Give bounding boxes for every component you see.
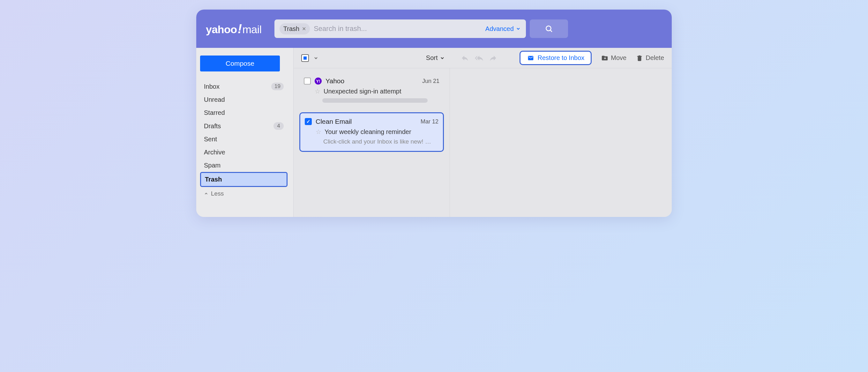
advanced-label: Advanced — [485, 25, 514, 33]
logo-text-mail: mail — [242, 23, 261, 36]
content-split: Y!YahooJun 21☆Unexpected sign-in attempt… — [293, 68, 672, 217]
message-subject-row: ☆Unexpected sign-in attempt — [304, 87, 439, 95]
move-label: Move — [611, 54, 626, 62]
forward-icon[interactable] — [489, 54, 497, 62]
sidebar: Compose Inbox19UnreadStarredDrafts4SentA… — [196, 48, 293, 217]
folder-label: Trash — [205, 176, 222, 183]
sidebar-folder-inbox[interactable]: Inbox19 — [200, 80, 287, 93]
message-header-row: Y!YahooJun 21 — [304, 77, 439, 85]
mail-window: yahoo ! mail Trash ✕ Advanced — [196, 9, 672, 217]
search-bar[interactable]: Trash ✕ Advanced — [274, 20, 526, 38]
message-item[interactable]: Y!YahooJun 21☆Unexpected sign-in attempt — [299, 73, 444, 108]
folder-label: Sent — [204, 135, 217, 143]
message-sender: Clean Email — [316, 118, 417, 125]
search-icon — [545, 25, 553, 33]
message-date: Jun 21 — [422, 78, 439, 85]
inbox-icon — [527, 55, 534, 61]
search-chip-label: Trash — [283, 25, 299, 33]
search-input[interactable] — [314, 25, 482, 33]
message-toolbar: Sort Restore to Inbox Move — [293, 48, 672, 68]
message-list: Y!YahooJun 21☆Unexpected sign-in attempt… — [293, 68, 450, 217]
folder-label: Starred — [204, 109, 225, 117]
message-snippet: Click-click and your Inbox is like new! … — [305, 138, 438, 145]
sort-button[interactable]: Sort — [426, 54, 445, 62]
search-scope-chip[interactable]: Trash ✕ — [280, 23, 310, 34]
logo-bang: ! — [238, 22, 242, 36]
sender-avatar-icon: Y! — [315, 78, 322, 85]
folder-list: Inbox19UnreadStarredDrafts4SentArchiveSp… — [200, 80, 287, 187]
svg-line-1 — [551, 30, 552, 32]
svg-point-0 — [546, 26, 551, 31]
sidebar-folder-sent[interactable]: Sent — [200, 133, 287, 146]
folder-label: Unread — [204, 96, 225, 103]
message-item[interactable]: Clean EmailMar 12☆Your weekly cleaning r… — [299, 112, 444, 152]
sidebar-folder-unread[interactable]: Unread — [200, 93, 287, 106]
sort-label: Sort — [426, 54, 438, 62]
sidebar-folder-archive[interactable]: Archive — [200, 146, 287, 159]
reply-all-icon[interactable] — [475, 54, 483, 62]
compose-label: Compose — [226, 60, 254, 67]
folder-label: Drafts — [204, 123, 221, 130]
delete-button[interactable]: Delete — [636, 54, 664, 62]
message-sender: Yahoo — [326, 77, 418, 85]
folder-count-badge: 19 — [271, 83, 284, 90]
reply-icon[interactable] — [461, 54, 469, 62]
message-checkbox[interactable] — [305, 118, 312, 125]
message-checkbox[interactable] — [304, 78, 311, 85]
message-header-row: Clean EmailMar 12 — [305, 118, 438, 125]
body-region: Compose Inbox19UnreadStarredDrafts4SentA… — [196, 48, 672, 217]
message-date: Mar 12 — [421, 118, 438, 125]
message-subject: Unexpected sign-in attempt — [323, 88, 401, 95]
folder-label: Spam — [204, 162, 220, 169]
header-bar: yahoo ! mail Trash ✕ Advanced — [196, 9, 672, 48]
sidebar-folder-trash[interactable]: Trash — [200, 172, 287, 187]
chevron-down-icon — [440, 56, 445, 61]
restore-to-inbox-button[interactable]: Restore to Inbox — [520, 51, 592, 65]
search-button[interactable] — [530, 20, 568, 38]
message-subject: Your weekly cleaning reminder — [324, 128, 411, 135]
folder-count-badge: 4 — [274, 122, 284, 130]
delete-label: Delete — [646, 54, 664, 62]
close-icon[interactable]: ✕ — [302, 26, 306, 32]
less-label: Less — [211, 190, 224, 197]
folder-label: Inbox — [204, 83, 220, 90]
sidebar-folder-starred[interactable]: Starred — [200, 106, 287, 119]
collapse-folders[interactable]: Less — [200, 187, 287, 200]
sidebar-folder-spam[interactable]: Spam — [200, 159, 287, 172]
move-button[interactable]: Move — [601, 54, 626, 62]
trash-icon — [636, 55, 643, 62]
advanced-search-link[interactable]: Advanced — [485, 25, 521, 33]
star-icon[interactable]: ☆ — [315, 87, 320, 95]
select-all-checkbox[interactable] — [301, 54, 309, 62]
search-region: Trash ✕ Advanced — [274, 20, 568, 38]
restore-label: Restore to Inbox — [538, 54, 585, 62]
yahoo-mail-logo: yahoo ! mail — [206, 22, 262, 36]
message-subject-row: ☆Your weekly cleaning reminder — [305, 128, 438, 135]
sidebar-folder-drafts[interactable]: Drafts4 — [200, 119, 287, 133]
move-icon — [601, 55, 608, 62]
chevron-up-icon — [204, 191, 208, 196]
chevron-down-icon[interactable] — [313, 56, 318, 61]
compose-button[interactable]: Compose — [200, 56, 280, 71]
logo-text-yahoo: yahoo — [206, 23, 237, 36]
snippet-placeholder — [322, 98, 428, 103]
message-preview-pane — [450, 68, 672, 217]
folder-label: Archive — [204, 149, 225, 156]
nav-arrows — [461, 54, 497, 62]
chevron-down-icon — [516, 26, 521, 31]
star-icon[interactable]: ☆ — [316, 128, 321, 135]
main-region: Sort Restore to Inbox Move — [293, 48, 672, 217]
